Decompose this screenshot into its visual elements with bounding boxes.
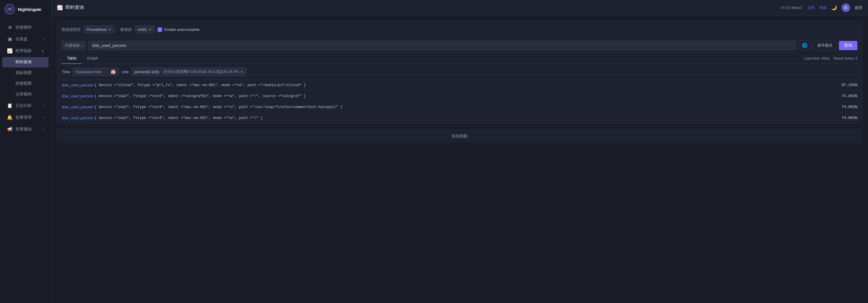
- result-metric-1: disk_used_percent: [62, 94, 93, 98]
- quick-jump-icon: ⊕: [7, 25, 13, 30]
- autocomplete-row: ✓ Enable autocomplete: [158, 27, 199, 32]
- tabs-row: Table Graph Load time: 42ms Result serie…: [57, 53, 862, 64]
- alert-mgmt-icon: 🔔: [7, 115, 13, 120]
- sidebar-item-alert-notify[interactable]: 📢 告警通知 ›: [2, 123, 49, 135]
- result-labels-2: { device ="sda2", fstype ="ext4", ident …: [94, 105, 837, 109]
- content-area: 数据源类型 Prometheus ▼ 数据源 vm01 ▼ ✓ Enable a…: [51, 16, 868, 303]
- chevron-right-log-icon: ›: [43, 104, 44, 108]
- tab-table[interactable]: Table: [62, 53, 82, 64]
- app-name: Nightingale: [18, 7, 41, 12]
- breadcrumb-arrow-icon: >: [81, 44, 83, 47]
- alert-notify-icon: 📢: [7, 127, 13, 132]
- chevron-right-icon: ›: [43, 37, 44, 41]
- version-badge: v7.0.0-beta.3: [781, 5, 802, 10]
- datasource-type-value: Prometheus: [87, 27, 107, 32]
- unit-label: Unit: [122, 70, 128, 74]
- chevron-down-icon: ∨: [41, 49, 44, 53]
- result-metric-2: disk_used_percent: [62, 105, 93, 109]
- sidebar-sub-label-quick-view: 快捷视图: [16, 81, 32, 86]
- breadcrumb-label: 内置指标: [65, 43, 80, 48]
- sidebar-item-alert-mgmt[interactable]: 🔔 告警管理 ›: [2, 112, 49, 123]
- table-row: disk_used_percent { device ="iCloud", fs…: [57, 80, 862, 91]
- result-value-2: 74.883%: [841, 105, 857, 109]
- autocomplete-label: Enable autocomplete: [164, 27, 199, 32]
- query-section: 数据源类型 Prometheus ▼ 数据源 vm01 ▼ ✓ Enable a…: [57, 21, 862, 123]
- divider: [117, 26, 118, 33]
- tab-graph[interactable]: Graph: [82, 53, 103, 64]
- result-value-0: 87.335%: [841, 83, 857, 87]
- datasource-type-select[interactable]: Prometheus ▼: [84, 26, 115, 33]
- sidebar-item-log-analysis[interactable]: 📋 日志分析 ›: [2, 100, 49, 111]
- add-panel-button[interactable]: 添加面板: [57, 129, 862, 143]
- page-title-icon: 📈: [57, 5, 63, 10]
- time-unit-row: Time Evaluation time 📅 Unit percent(0-10…: [57, 64, 862, 80]
- log-icon: 📋: [7, 103, 13, 108]
- calendar-icon: 📅: [111, 70, 116, 74]
- datasource-source-select[interactable]: vm01 ▼: [134, 26, 155, 33]
- result-value-3: 74.883%: [841, 116, 857, 120]
- sidebar-item-metrics[interactable]: 📈 时序指标 ∨: [2, 45, 49, 56]
- time-input-wrap[interactable]: Evaluation time 📅: [73, 68, 119, 76]
- tab-graph-label: Graph: [87, 56, 98, 60]
- sidebar-sub-label-instant-query: 即时查询: [16, 60, 32, 65]
- sidebar-item-metric-view[interactable]: 指标视图: [2, 68, 49, 78]
- doc-link[interactable]: 文档: [807, 5, 814, 10]
- sidebar: Nightingale ⊕ 快捷跳转 ▣ 仪表盘 › 📈 时序指标 ∨ 即时查询…: [0, 0, 51, 303]
- nightingale-logo-icon: [5, 4, 15, 15]
- result-metric-0: disk_used_percent: [62, 83, 93, 87]
- globe-button[interactable]: 🌐: [799, 40, 811, 50]
- header-right: v7.0.0-beta.3 文档 简体 🌙 超 超管: [781, 3, 862, 12]
- sidebar-item-quick-jump[interactable]: ⊕ 快捷跳转: [2, 22, 49, 33]
- sidebar-item-quick-view[interactable]: 快捷视图: [2, 78, 49, 89]
- unit-description: 百分比(值范围0-100) 比如 34.5 渲染为 34.5%: [163, 69, 239, 74]
- query-input[interactable]: [88, 41, 796, 50]
- lang-link[interactable]: 简体: [819, 5, 827, 10]
- datasource-source-value: vm01: [138, 27, 147, 32]
- page-title: 📈 即时查询: [57, 5, 781, 11]
- sidebar-item-label-alert-notify: 告警通知: [16, 127, 32, 132]
- sidebar-item-label-metrics: 时序指标: [16, 48, 32, 54]
- page-title-text: 即时查询: [66, 5, 84, 11]
- load-time: Load time: 42ms: [804, 56, 830, 60]
- table-row: disk_used_percent { device ="sda2", fsty…: [57, 102, 862, 113]
- chevron-right-alert-icon: ›: [43, 115, 44, 119]
- chevron-right-notify-icon: ›: [43, 127, 44, 131]
- evaluation-time-placeholder: Evaluation time: [76, 70, 101, 74]
- tab-table-label: Table: [67, 56, 76, 60]
- dashboard-icon: ▣: [7, 36, 13, 42]
- sidebar-item-dashboard[interactable]: ▣ 仪表盘 ›: [2, 33, 49, 45]
- query-input-row: 内置指标 > 🌐 新手模式 查询: [57, 38, 862, 53]
- unit-select[interactable]: percent(0-100) 百分比(值范围0-100) 比如 34.5 渲染为…: [131, 67, 246, 76]
- unit-value: percent(0-100): [134, 70, 159, 74]
- result-metric-3: disk_used_percent: [62, 116, 93, 120]
- autocomplete-checkbox[interactable]: ✓: [158, 27, 162, 32]
- query-button[interactable]: 查询: [839, 41, 857, 50]
- header: 📈 即时查询 v7.0.0-beta.3 文档 简体 🌙 超 超管: [51, 0, 868, 16]
- result-series: Result series: 4: [834, 56, 857, 60]
- main-content: 📈 即时查询 v7.0.0-beta.3 文档 简体 🌙 超 超管 数据源类型 …: [51, 0, 868, 303]
- add-panel-label: 添加面板: [452, 134, 468, 138]
- result-labels-3: { device ="sda2", fstype ="ext4", ident …: [94, 116, 837, 120]
- result-table: disk_used_percent { device ="iCloud", fs…: [57, 80, 862, 123]
- sidebar-item-label-quick-jump: 快捷跳转: [16, 25, 32, 30]
- novice-mode-button[interactable]: 新手模式: [813, 41, 837, 50]
- table-row: disk_used_percent { device ="sda2", fsty…: [57, 91, 862, 102]
- tabs-info: Load time: 42ms Result series: 4: [804, 56, 857, 60]
- theme-toggle-icon[interactable]: 🌙: [831, 5, 837, 10]
- table-row: disk_used_percent { device ="sda2", fsty…: [57, 113, 862, 123]
- datasource-source-label: 数据源: [121, 27, 132, 32]
- sidebar-sub-label-metric-view: 指标视图: [16, 70, 32, 76]
- username: 超管: [855, 5, 862, 10]
- datasource-type-label: 数据源类型: [62, 27, 81, 32]
- breadcrumb[interactable]: 内置指标 >: [62, 41, 86, 50]
- datasource-source-arrow-icon: ▼: [149, 28, 152, 31]
- sidebar-item-label-alert-mgmt: 告警管理: [16, 115, 32, 120]
- sidebar-nav: ⊕ 快捷跳转 ▣ 仪表盘 › 📈 时序指标 ∨ 即时查询 指标视图 快捷视图 记…: [0, 19, 51, 303]
- avatar[interactable]: 超: [841, 3, 850, 12]
- sidebar-item-record-rules[interactable]: 记录规则: [2, 89, 49, 99]
- unit-dropdown-arrow-icon: ▼: [241, 70, 243, 74]
- sidebar-logo: Nightingale: [0, 0, 51, 19]
- svg-point-1: [9, 8, 11, 10]
- sidebar-item-instant-query[interactable]: 即时查询: [2, 57, 49, 67]
- time-label: Time: [62, 70, 70, 74]
